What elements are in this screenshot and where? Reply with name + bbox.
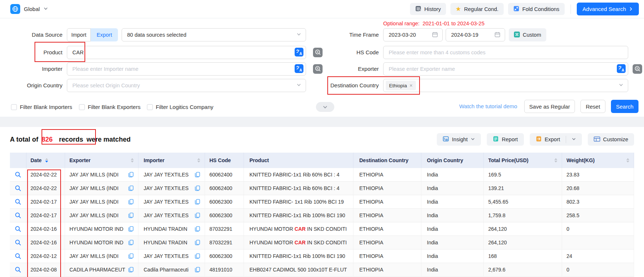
header-destination-country: Destination Country: [353, 153, 421, 168]
export-options-chevron-icon[interactable]: [572, 136, 576, 142]
cell-product: KNITTED FABRIC-1x1 Rib 60% BCI : 4: [244, 168, 353, 181]
row-search-icon[interactable]: [15, 212, 21, 219]
row-view-cell: [10, 182, 26, 195]
filter-blank-exporters-checkbox[interactable]: Filter Blank Exporters: [79, 102, 140, 112]
sort-exporter[interactable]: [131, 158, 134, 163]
cell-destination-country: ETHIOPIA: [353, 249, 421, 263]
translate-icon[interactable]: A: [617, 64, 626, 74]
copy-icon[interactable]: [195, 185, 200, 191]
header-total-price[interactable]: Total Price(USD): [484, 153, 562, 168]
copy-icon[interactable]: [128, 185, 134, 191]
fold-conditions-label: Fold Conditions: [522, 6, 560, 12]
sort-importer[interactable]: [197, 158, 200, 163]
product-input[interactable]: CAR A: [67, 46, 306, 59]
header-exporter[interactable]: Exporter: [65, 153, 138, 168]
chevron-down-icon: [296, 32, 301, 38]
data-source-import-tab[interactable]: Import: [67, 28, 91, 41]
row-search-icon[interactable]: [15, 239, 21, 246]
hs-code-input[interactable]: Please enter more than 4 customs codes: [383, 46, 628, 59]
insight-label: Insight: [452, 136, 468, 142]
collapse-form-button[interactable]: [316, 102, 334, 112]
filter-logitics-company-checkbox[interactable]: Filter Logitics Company: [147, 102, 213, 112]
exporter-placeholder: Please enter Exporter name: [389, 66, 455, 72]
row-search-icon[interactable]: [15, 198, 21, 205]
exporter-input[interactable]: Please enter Exporter name A: [383, 62, 628, 76]
start-date-input[interactable]: 2023-03-20: [383, 28, 443, 41]
copy-icon[interactable]: [195, 267, 200, 273]
copy-icon[interactable]: [195, 199, 200, 205]
history-button[interactable]: History: [410, 3, 446, 15]
insight-button[interactable]: BI Insight: [437, 133, 481, 146]
cell-date: 2024-02-12: [26, 249, 65, 263]
report-button[interactable]: Report: [487, 133, 524, 146]
copy-icon[interactable]: [128, 172, 134, 178]
regular-cond-button[interactable]: ★ Regular Cond.: [450, 3, 504, 15]
cell-importer: Cadila Pharmaceuti: [138, 263, 205, 276]
sort-weight[interactable]: [626, 158, 629, 163]
row-search-icon[interactable]: [15, 171, 21, 178]
exact-match-icon[interactable]: [313, 64, 323, 74]
chevron-down-icon: [471, 136, 475, 142]
cell-total-price: 5,455.65: [484, 195, 562, 208]
region-selector[interactable]: Global: [10, 4, 48, 14]
remove-tag-icon[interactable]: ×: [410, 83, 413, 88]
copy-icon[interactable]: [195, 172, 200, 178]
translate-icon[interactable]: A: [295, 48, 303, 58]
copy-icon[interactable]: [195, 226, 200, 232]
importer-input[interactable]: Please enter Importer name A: [67, 62, 306, 76]
data-source-export-tab[interactable]: Export: [91, 28, 118, 41]
exact-match-icon[interactable]: [313, 48, 323, 57]
checkbox-box[interactable]: [147, 104, 153, 110]
copy-icon[interactable]: [128, 212, 134, 218]
search-button[interactable]: Search: [611, 100, 638, 113]
checkbox-box[interactable]: [79, 104, 85, 110]
insight-bi-icon: BI: [443, 136, 449, 143]
importer-placeholder: Please enter Importer name: [72, 66, 138, 72]
custom-range-button[interactable]: ⌘ Custom: [509, 28, 546, 41]
product-label: Product: [0, 46, 62, 59]
tutorial-demo-link[interactable]: Watch the tutorial demo: [459, 103, 517, 109]
copy-icon[interactable]: [128, 240, 134, 245]
results-panel: A total of 826 records were matched BI I…: [0, 127, 644, 277]
copy-icon[interactable]: [195, 212, 200, 218]
chevron-down-icon: [296, 83, 301, 88]
fold-conditions-button[interactable]: Fold Conditions: [508, 3, 565, 15]
origin-country-select[interactable]: Please select Origin Country: [67, 79, 306, 92]
header-weight[interactable]: Weight(KG): [562, 153, 634, 168]
chevron-right-icon: [629, 6, 633, 12]
save-as-regular-button[interactable]: Save as Regular: [524, 100, 575, 113]
copy-icon[interactable]: [195, 253, 200, 259]
svg-text:⌘: ⌘: [515, 32, 519, 37]
header-importer[interactable]: Importer: [138, 153, 205, 168]
data-sources-select[interactable]: 80 data sources selected: [122, 28, 306, 41]
destination-country-select[interactable]: Ethiopia ×: [383, 79, 628, 92]
end-date-input[interactable]: 2024-03-19: [446, 28, 505, 41]
copy-icon[interactable]: [128, 267, 134, 273]
checkbox-box[interactable]: [11, 104, 17, 110]
copy-icon[interactable]: [128, 253, 134, 259]
row-search-icon[interactable]: [15, 253, 21, 259]
reset-button[interactable]: Reset: [580, 100, 605, 113]
exact-match-icon[interactable]: [633, 64, 642, 74]
copy-icon[interactable]: [128, 226, 134, 232]
row-search-icon[interactable]: [15, 266, 21, 273]
copy-icon[interactable]: [195, 240, 200, 245]
sort-date[interactable]: [45, 158, 48, 163]
star-icon: ★: [456, 6, 461, 12]
customize-button[interactable]: Customize: [588, 133, 634, 146]
translate-icon[interactable]: A: [295, 64, 303, 74]
row-search-icon[interactable]: [15, 226, 21, 232]
sort-total-price[interactable]: [554, 158, 557, 163]
cell-origin-country: India: [421, 168, 484, 181]
cell-product: HYUNDAI MOTOR CAR IN SKD CONDITI: [244, 236, 353, 249]
cell-date: 2024-02-22: [26, 182, 65, 195]
table-row: 2024-02-08CADILA PHARMACEUTCadila Pharma…: [10, 263, 634, 277]
cell-hs-code: 87032291: [205, 222, 244, 236]
filter-blank-importers-checkbox[interactable]: Filter Blank Importers: [11, 102, 72, 112]
header-date[interactable]: Date: [26, 153, 65, 168]
copy-icon[interactable]: [128, 199, 134, 205]
advanced-search-button[interactable]: Advanced Search: [577, 3, 639, 15]
cell-exporter: CADILA PHARMACEUT: [65, 263, 138, 276]
row-search-icon[interactable]: [15, 185, 21, 192]
export-button[interactable]: Export: [530, 133, 582, 146]
